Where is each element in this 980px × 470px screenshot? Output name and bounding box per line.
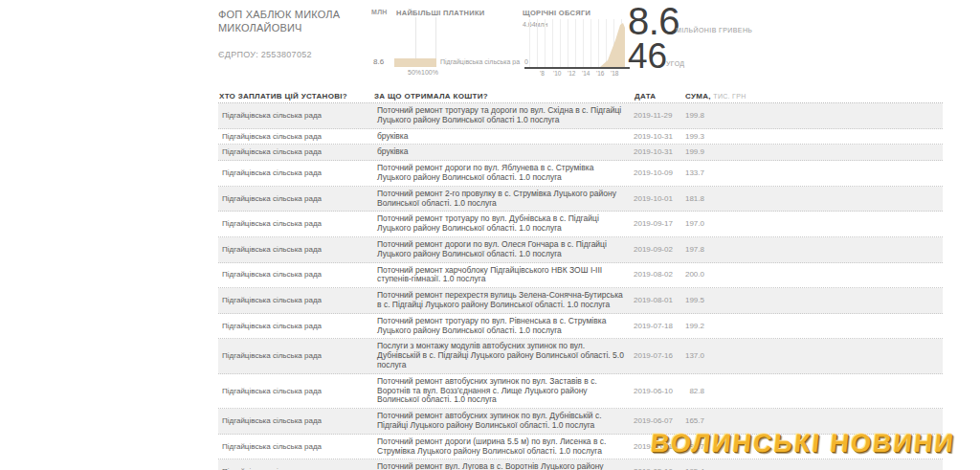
- col-header-purpose: ЗА ЩО ОТРИМАЛА КОШТИ?: [374, 92, 488, 101]
- deals-count-unit: УГОД: [666, 60, 684, 67]
- col-header-payer: ХТО ЗАПЛАТИВ ЦІЙ УСТАНОВІ?: [219, 92, 347, 101]
- yearly-chart-title: ЩОРІЧНІ ОБСЯГИ: [523, 9, 590, 17]
- payer-cell[interactable]: Підгайцівська сільська рада: [222, 132, 377, 142]
- payer-cell[interactable]: Підгайцівська сільська рада: [222, 147, 377, 157]
- total-amount-unit: МІЛЬЙОНІВ ГРИВЕНЬ: [676, 27, 752, 34]
- payer-bar-label: Підгайцівська сільська ра: [440, 58, 526, 65]
- table-row[interactable]: Підгайцівська сільська рада Послуги з мо…: [218, 339, 943, 373]
- date-cell: 2019-11-29: [634, 111, 679, 121]
- date-cell: 2019-10-01: [634, 194, 679, 204]
- purpose-cell: Послуги з монтажу модулів автобусних зуп…: [377, 342, 634, 369]
- payer-bar-value: 8.6: [373, 57, 384, 66]
- purpose-cell: бруківка: [377, 147, 634, 157]
- purpose-cell: Поточний ремонт перехрестя вулиць Зелена…: [377, 291, 634, 310]
- sum-cell: 197.0: [679, 219, 704, 229]
- deals-count-value: 46: [628, 36, 667, 77]
- table-row[interactable]: Підгайцівська сільська рада Поточний рем…: [218, 161, 943, 187]
- payer-cell[interactable]: Підгайцівська сільська рада: [222, 296, 377, 305]
- volynski-novyny-watermark: ВОЛИНСЬКІ НОВИНИ: [649, 429, 980, 459]
- table-row[interactable]: Підгайцівська сільська рада Поточний рем…: [218, 103, 943, 129]
- table-row[interactable]: Підгайцівська сільська рада Поточний рем…: [218, 237, 943, 263]
- sum-cell: 199.5: [679, 296, 704, 305]
- purpose-cell: Поточний ремонт дороги по вул. Яблунева …: [377, 164, 634, 183]
- sum-cell: 199.2: [679, 322, 704, 331]
- table-row[interactable]: Підгайцівська сільська рада Поточний рем…: [218, 263, 943, 289]
- table-row[interactable]: Підгайцівська сільська рада бруківка 201…: [218, 129, 943, 145]
- yearly-tick-14: '14: [582, 70, 590, 77]
- yearly-chart: [529, 19, 625, 67]
- sum-cell: 197.8: [679, 245, 704, 255]
- top-payers-chart-title: НАЙБІЛЬШІ ПЛАТНИКИ: [396, 9, 485, 17]
- sum-cell: 133.7: [679, 168, 704, 178]
- date-cell: 2019-08-01: [634, 296, 679, 305]
- yearly-tick-12: '12: [568, 70, 575, 77]
- purpose-cell: Поточний ремонт тротуару по вул. Рівненс…: [377, 317, 634, 336]
- sum-cell: 199.3: [679, 132, 704, 142]
- yearly-tick-10: '10: [553, 70, 561, 77]
- table-row[interactable]: Підгайцівська сільська рада Поточний рем…: [218, 314, 943, 340]
- date-cell: 2019-09-02: [634, 245, 679, 255]
- sum-cell: 199.8: [679, 111, 704, 121]
- payer-cell[interactable]: Підгайцівська сільська рада: [222, 194, 377, 204]
- purpose-cell: Поточний ремонт дороги (ширина 5.5 м) по…: [377, 437, 634, 457]
- yearly-ymin-label: 0: [524, 58, 528, 65]
- page: ФОП ХАБЛЮК МИКОЛА МИКОЛАЙОВИЧ ЄДРПОУ: 25…: [0, 0, 980, 470]
- payer-cell[interactable]: Підгайцівська сільська рада: [222, 416, 377, 426]
- entity-name: ФОП ХАБЛЮК МИКОЛА МИКОЛАЙОВИЧ: [218, 8, 345, 34]
- date-cell: 2019-10-31: [634, 147, 679, 157]
- payer-cell[interactable]: Підгайцівська сільська рада: [222, 442, 377, 452]
- payer-cell[interactable]: Підгайцівська сільська рада: [222, 270, 377, 280]
- date-cell: 2019-09-17: [634, 219, 679, 229]
- payer-cell[interactable]: Підгайцівська сільська рада: [222, 245, 377, 255]
- date-cell: 2019-10-09: [634, 168, 679, 178]
- payer-cell[interactable]: Підгайцівська сільська рада: [222, 351, 377, 361]
- purpose-cell: Поточний ремонт харчоблоку Підгайцівсько…: [377, 266, 634, 285]
- top-payers-tick-100: 100%: [421, 69, 438, 76]
- top-payers-chart: [394, 17, 436, 67]
- yearly-x-axis: [524, 67, 630, 69]
- table-row[interactable]: Підгайцівська сільська рада Поточний рем…: [218, 212, 943, 237]
- purpose-cell: Поточний ремонт вул. Лугова в с. Воротні…: [377, 462, 634, 470]
- entity-edrpou: ЄДРПОУ: 2553807052: [218, 50, 312, 59]
- table-row[interactable]: Підгайцівська сільська рада Поточний рем…: [218, 187, 943, 213]
- purpose-cell: Поточний ремонт дороги по вул. Олеся Гон…: [377, 240, 634, 259]
- sum-cell: 181.8: [679, 194, 704, 204]
- table-row[interactable]: Підгайцівська сільська рада бруківка 201…: [218, 145, 943, 161]
- yearly-tick-08: '8: [540, 70, 545, 77]
- top-payers-unit-label: МЛН: [371, 9, 388, 15]
- date-cell: 2019-10-31: [634, 132, 679, 142]
- date-cell: 2019-06-10: [634, 387, 679, 396]
- purpose-cell: Поточний ремонт автобусних зупинок по ву…: [377, 412, 634, 431]
- payer-bar: [394, 58, 436, 67]
- date-cell: 2019-08-02: [634, 270, 679, 280]
- purpose-cell: Поточний ремонт 2-го провулку в с. Струм…: [377, 190, 634, 209]
- top-payers-tick-50: 50%: [408, 69, 421, 76]
- sum-cell: 165.7: [679, 416, 704, 426]
- date-cell: 2019-07-18: [634, 322, 679, 331]
- payer-cell[interactable]: Підгайцівська сільська рада: [222, 322, 377, 331]
- table-row[interactable]: Підгайцівська сільська рада Поточний рем…: [218, 288, 943, 314]
- yearly-tick-16: '16: [596, 70, 604, 77]
- table-body: Підгайцівська сільська рада Поточний рем…: [218, 103, 943, 470]
- sum-cell: 200.0: [679, 270, 704, 280]
- purpose-cell: Поточний ремонт тротуару по вул. Дубнівс…: [377, 214, 634, 234]
- purpose-cell: Поточний ремонт тротуару та дороги по ву…: [377, 106, 634, 125]
- col-header-sum-unit: ТИС. ГРН: [713, 93, 746, 100]
- payer-cell[interactable]: Підгайцівська сільська рада: [222, 111, 377, 121]
- purpose-cell: Поточний ремонт автобусних зупинок по ву…: [377, 377, 634, 405]
- date-cell: 2019-06-07: [634, 416, 679, 426]
- col-header-sum: СУМА, ТИС. ГРН: [685, 92, 746, 101]
- yearly-tick-18: '18: [611, 70, 618, 77]
- sum-cell: 82.8: [679, 387, 704, 396]
- purpose-cell: бруківка: [377, 132, 634, 142]
- date-cell: 2019-07-16: [634, 351, 679, 361]
- yearly-area: [529, 19, 625, 67]
- payer-cell[interactable]: Підгайцівська сільська рада: [222, 168, 377, 178]
- payer-cell[interactable]: Підгайцівська сільська рада: [222, 387, 377, 396]
- sum-cell: 199.9: [679, 147, 704, 157]
- col-header-date: ДАТА: [635, 92, 656, 101]
- payer-cell[interactable]: Підгайцівська сільська рада: [222, 219, 377, 229]
- table-row[interactable]: Підгайцівська сільська рада Поточний рем…: [218, 459, 943, 470]
- sum-cell: 137.0: [679, 351, 704, 361]
- table-row[interactable]: Підгайцівська сільська рада Поточний рем…: [218, 374, 943, 409]
